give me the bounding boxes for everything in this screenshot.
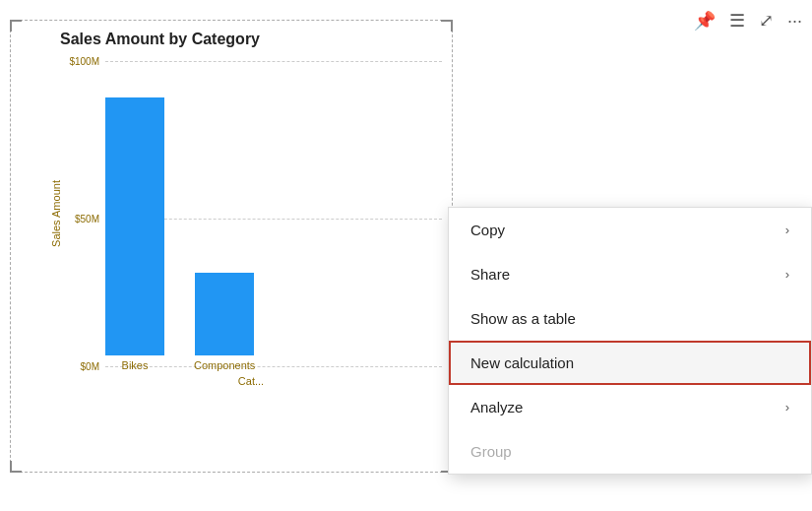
- filter-icon[interactable]: ☰: [729, 10, 745, 32]
- chevron-analyze: ›: [785, 400, 789, 415]
- menu-item-share-label: Share: [470, 266, 510, 283]
- chart-container: Sales Amount by Category Sales Amount $1…: [10, 20, 453, 473]
- chevron-share: ›: [785, 267, 789, 282]
- menu-item-copy[interactable]: Copy ›: [449, 208, 811, 252]
- chevron-copy: ›: [785, 223, 789, 237]
- menu-item-new-calculation[interactable]: New calculation: [449, 341, 811, 385]
- x-axis-label: Cat...: [60, 375, 442, 387]
- y-tick-label-50m: $50M: [60, 214, 99, 224]
- bar-group-bikes: Bikes: [105, 97, 164, 371]
- bars-area: Bikes Components: [105, 56, 442, 371]
- y-tick-label-0m: $0M: [60, 361, 99, 372]
- pin-icon[interactable]: 📌: [694, 10, 716, 32]
- bar-bikes[interactable]: [105, 97, 164, 355]
- corner-tr: [441, 20, 453, 32]
- bar-components[interactable]: [195, 273, 254, 355]
- menu-item-group: Group: [449, 429, 811, 474]
- bar-label-bikes: Bikes: [122, 359, 149, 371]
- menu-item-show-as-table[interactable]: Show as a table: [449, 296, 811, 341]
- menu-item-show-as-table-label: Show as a table: [470, 310, 576, 327]
- menu-item-new-calculation-label: New calculation: [470, 354, 574, 371]
- more-icon[interactable]: ···: [787, 11, 802, 32]
- bar-label-components: Components: [194, 359, 255, 371]
- bar-group-components: Components: [194, 273, 255, 371]
- menu-item-analyze[interactable]: Analyze ›: [449, 385, 811, 429]
- chart-area: Sales Amount $100M $50M $0M Bikes: [60, 56, 442, 371]
- toolbar: 📌 ☰ ⤢ ···: [694, 10, 802, 32]
- menu-item-share[interactable]: Share ›: [449, 252, 811, 296]
- menu-item-analyze-label: Analyze: [470, 399, 523, 415]
- expand-icon[interactable]: ⤢: [759, 10, 774, 32]
- chart-title: Sales Amount by Category: [60, 31, 442, 48]
- menu-item-group-label: Group: [470, 443, 512, 460]
- corner-tl: [10, 20, 22, 32]
- corner-bl: [10, 461, 22, 473]
- menu-item-copy-label: Copy: [470, 222, 505, 238]
- y-tick-label-100m: $100M: [60, 56, 99, 67]
- context-menu: Copy › Share › Show as a table New calcu…: [448, 207, 812, 475]
